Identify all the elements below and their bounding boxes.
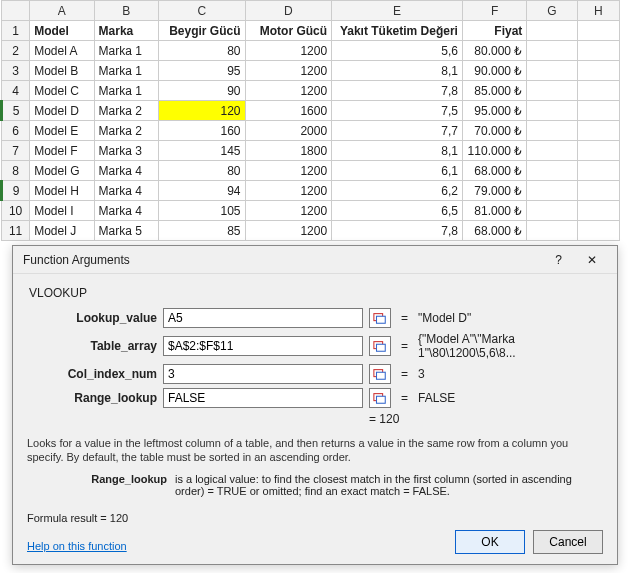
cell[interactable]: 1200 bbox=[245, 61, 332, 81]
cell[interactable]: Marka 1 bbox=[94, 61, 158, 81]
cell[interactable]: Model E bbox=[30, 121, 94, 141]
cell[interactable]: 90 bbox=[158, 81, 245, 101]
col-header-E[interactable]: E bbox=[332, 1, 463, 21]
spreadsheet-grid[interactable]: A B C D E F G H 1ModelMarkaBeygir GücüMo… bbox=[0, 0, 620, 241]
arg-input-col_index_num[interactable] bbox=[163, 364, 363, 384]
row-header[interactable]: 4 bbox=[2, 81, 30, 101]
cell[interactable]: Model D bbox=[30, 101, 94, 121]
cell[interactable]: 85.000 ₺ bbox=[462, 81, 526, 101]
cell[interactable]: Marka 1 bbox=[94, 41, 158, 61]
cell[interactable]: Marka 2 bbox=[94, 121, 158, 141]
cell[interactable] bbox=[527, 201, 577, 221]
collapse-dialog-icon[interactable] bbox=[369, 388, 391, 408]
arg-input-table_array[interactable] bbox=[163, 336, 363, 356]
cell[interactable]: 6,2 bbox=[332, 181, 463, 201]
cell[interactable]: Model H bbox=[30, 181, 94, 201]
cell[interactable] bbox=[527, 81, 577, 101]
cell[interactable] bbox=[527, 181, 577, 201]
arg-input-lookup_value[interactable] bbox=[163, 308, 363, 328]
cell[interactable]: 7,7 bbox=[332, 121, 463, 141]
cell[interactable] bbox=[577, 221, 619, 241]
cell[interactable] bbox=[577, 21, 619, 41]
cell[interactable]: Model bbox=[30, 21, 94, 41]
cell[interactable]: 110.000 ₺ bbox=[462, 141, 526, 161]
collapse-dialog-icon[interactable] bbox=[369, 364, 391, 384]
cell[interactable]: 80 bbox=[158, 41, 245, 61]
cell[interactable]: 7,5 bbox=[332, 101, 463, 121]
cell[interactable]: Marka 2 bbox=[94, 101, 158, 121]
cell[interactable] bbox=[577, 41, 619, 61]
cell[interactable]: 120 bbox=[158, 101, 245, 121]
cell[interactable]: 1200 bbox=[245, 181, 332, 201]
help-link[interactable]: Help on this function bbox=[27, 540, 127, 552]
cell[interactable]: Marka bbox=[94, 21, 158, 41]
cell[interactable]: Yakıt Tüketim Değeri bbox=[332, 21, 463, 41]
cell[interactable]: 80 bbox=[158, 161, 245, 181]
cell[interactable] bbox=[527, 141, 577, 161]
cell[interactable] bbox=[577, 141, 619, 161]
cell[interactable]: Marka 5 bbox=[94, 221, 158, 241]
row-header[interactable]: 9 bbox=[2, 181, 30, 201]
cell[interactable] bbox=[527, 101, 577, 121]
cell[interactable]: 8,1 bbox=[332, 141, 463, 161]
row-header[interactable]: 10 bbox=[2, 201, 30, 221]
row-header[interactable]: 6 bbox=[2, 121, 30, 141]
cell[interactable] bbox=[527, 41, 577, 61]
cell[interactable]: Fiyat bbox=[462, 21, 526, 41]
row-header[interactable]: 3 bbox=[2, 61, 30, 81]
cell[interactable]: 81.000 ₺ bbox=[462, 201, 526, 221]
cell[interactable] bbox=[527, 221, 577, 241]
cell[interactable]: 1200 bbox=[245, 161, 332, 181]
cell[interactable]: Model A bbox=[30, 41, 94, 61]
col-header-F[interactable]: F bbox=[462, 1, 526, 21]
cell[interactable]: 1200 bbox=[245, 41, 332, 61]
cell[interactable]: 68.000 ₺ bbox=[462, 221, 526, 241]
row-header[interactable]: 1 bbox=[2, 21, 30, 41]
row-header[interactable]: 8 bbox=[2, 161, 30, 181]
col-header-H[interactable]: H bbox=[577, 1, 619, 21]
cell[interactable]: 85 bbox=[158, 221, 245, 241]
cell[interactable]: 5,6 bbox=[332, 41, 463, 61]
cell[interactable] bbox=[577, 81, 619, 101]
cell[interactable]: Model B bbox=[30, 61, 94, 81]
cell[interactable]: Model F bbox=[30, 141, 94, 161]
cell[interactable]: Beygir Gücü bbox=[158, 21, 245, 41]
cell[interactable]: 68.000 ₺ bbox=[462, 161, 526, 181]
cell[interactable]: Model G bbox=[30, 161, 94, 181]
col-header-D[interactable]: D bbox=[245, 1, 332, 21]
cell[interactable] bbox=[577, 61, 619, 81]
cell[interactable]: Marka 4 bbox=[94, 161, 158, 181]
cell[interactable]: 95.000 ₺ bbox=[462, 101, 526, 121]
row-header[interactable]: 11 bbox=[2, 221, 30, 241]
cancel-button[interactable]: Cancel bbox=[533, 530, 603, 554]
cell[interactable]: Marka 4 bbox=[94, 181, 158, 201]
col-header-G[interactable]: G bbox=[527, 1, 577, 21]
col-header-A[interactable]: A bbox=[30, 1, 94, 21]
cell[interactable]: Model J bbox=[30, 221, 94, 241]
collapse-dialog-icon[interactable] bbox=[369, 308, 391, 328]
cell[interactable]: Marka 1 bbox=[94, 81, 158, 101]
cell[interactable]: 8,1 bbox=[332, 61, 463, 81]
col-header-C[interactable]: C bbox=[158, 1, 245, 21]
cell[interactable]: 7,8 bbox=[332, 81, 463, 101]
cell[interactable]: 94 bbox=[158, 181, 245, 201]
cell[interactable] bbox=[527, 121, 577, 141]
cell[interactable]: 7,8 bbox=[332, 221, 463, 241]
cell[interactable]: 6,1 bbox=[332, 161, 463, 181]
cell[interactable] bbox=[527, 161, 577, 181]
cell[interactable]: 95 bbox=[158, 61, 245, 81]
cell[interactable]: 1800 bbox=[245, 141, 332, 161]
cell[interactable] bbox=[527, 61, 577, 81]
cell[interactable]: 80.000 ₺ bbox=[462, 41, 526, 61]
cell[interactable]: Model C bbox=[30, 81, 94, 101]
cell[interactable]: 1200 bbox=[245, 81, 332, 101]
cell[interactable] bbox=[577, 161, 619, 181]
col-header-B[interactable]: B bbox=[94, 1, 158, 21]
arg-input-range_lookup[interactable] bbox=[163, 388, 363, 408]
cell[interactable] bbox=[577, 121, 619, 141]
cell[interactable]: 6,5 bbox=[332, 201, 463, 221]
column-headers[interactable]: A B C D E F G H bbox=[2, 1, 620, 21]
cell[interactable] bbox=[527, 21, 577, 41]
row-header[interactable]: 5 bbox=[2, 101, 30, 121]
cell[interactable]: 1600 bbox=[245, 101, 332, 121]
